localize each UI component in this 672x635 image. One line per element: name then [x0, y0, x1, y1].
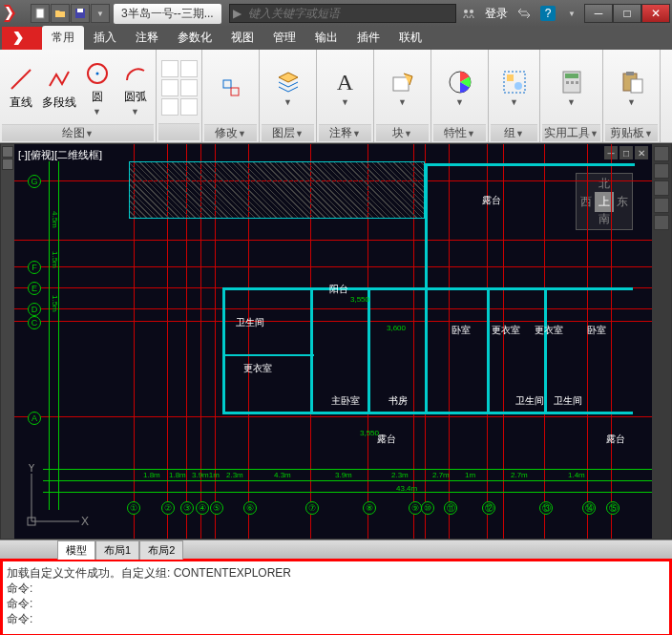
room-label: 书房 — [388, 394, 408, 408]
svg-point-14 — [514, 82, 522, 90]
search-input[interactable] — [244, 7, 455, 20]
tab-parametric[interactable]: 参数化 — [168, 26, 221, 50]
grid-bubble: ⑬ — [539, 501, 553, 515]
grid-bubble: ② — [161, 501, 175, 515]
cmd-history-line: 命令: — [7, 596, 665, 611]
block-button[interactable]: ▼ — [385, 52, 421, 124]
svg-rect-21 — [626, 72, 634, 75]
room-label: 更衣室 — [492, 324, 520, 337]
layer-button[interactable]: ▼ — [270, 52, 306, 124]
point-icon[interactable] — [161, 98, 178, 116]
zoom-icon[interactable] — [654, 180, 669, 196]
pan-icon[interactable] — [654, 163, 669, 179]
grid-bubble: ⑩ — [421, 501, 434, 515]
grid-bubble: ⑦ — [305, 501, 319, 515]
vp-restore-icon[interactable]: □ — [620, 146, 633, 159]
tab-manage[interactable]: 管理 — [263, 26, 305, 50]
ellipse-icon[interactable] — [180, 60, 198, 77]
command-window[interactable]: 加载自定义文件成功。自定义组: CONTENTEXPLORER 命令: 命令: … — [0, 559, 672, 635]
tab-output[interactable]: 输出 — [305, 26, 347, 50]
panel-draw-ext — [157, 50, 202, 142]
layout2-tab[interactable]: 布局2 — [139, 540, 183, 560]
model-tab[interactable]: 模型 — [57, 540, 95, 560]
help-dropdown-icon[interactable]: ▼ — [563, 5, 580, 22]
region-icon[interactable] — [180, 98, 198, 116]
panel-layer: ▼ 图层 ▼ — [260, 50, 317, 142]
svg-text:Y: Y — [28, 464, 35, 475]
tab-annotate[interactable]: 注释 — [126, 26, 168, 50]
modify-button[interactable] — [213, 52, 249, 124]
grid-bubble: ⑥ — [243, 501, 257, 515]
steering-wheel-icon[interactable] — [654, 146, 669, 161]
tab-online[interactable]: 联机 — [389, 26, 431, 50]
grid-bubble: D — [28, 303, 41, 316]
tab-home[interactable]: 常用 — [42, 26, 84, 50]
room-label: 露台 — [482, 194, 501, 207]
polyline-button[interactable]: 多段线 — [41, 52, 77, 124]
panel-util-label: 实用工具 — [544, 125, 590, 141]
app-menu-button[interactable] — [2, 27, 42, 50]
title-bar: ▼ 3半岛一号--三期... ▶ 登录 ? ▼ ─ □ ✕ — [0, 0, 672, 27]
panel-draw-label: 绘图 — [62, 125, 85, 141]
nav-up-icon[interactable] — [2, 146, 13, 158]
nav-down-icon[interactable] — [2, 159, 13, 170]
text-button[interactable]: A▼ — [327, 52, 364, 124]
orbit-icon[interactable] — [654, 198, 669, 213]
drawing-canvas[interactable]: [-][俯视][二维线框] ─ □ ✕ 北 南 东 西 上 — [14, 144, 652, 539]
qat-open-icon[interactable] — [51, 4, 70, 23]
svg-point-7 — [95, 72, 98, 74]
grid-bubble: ① — [127, 501, 140, 515]
svg-rect-17 — [566, 81, 569, 84]
rect-icon[interactable] — [161, 60, 178, 77]
tab-plugins[interactable]: 插件 — [347, 26, 389, 50]
group-button[interactable]: ▼ — [496, 52, 533, 124]
showmotion-icon[interactable] — [654, 215, 669, 230]
paste-button[interactable]: ▼ — [614, 52, 650, 124]
close-button[interactable]: ✕ — [641, 4, 670, 23]
hatch-icon[interactable] — [161, 79, 178, 96]
document-title: 3半岛一号--三期... — [114, 4, 221, 24]
exchange-icon[interactable] — [515, 5, 533, 22]
layout1-tab[interactable]: 布局1 — [95, 540, 139, 560]
grid-bubble: ④ — [196, 501, 209, 515]
spline-icon[interactable] — [180, 79, 198, 96]
qat-dropdown-icon[interactable]: ▼ — [91, 4, 110, 23]
room-label: 主卧室 — [331, 394, 360, 408]
svg-point-3 — [464, 10, 468, 13]
minimize-button[interactable]: ─ — [584, 4, 613, 23]
prop-button[interactable]: ▼ — [442, 52, 478, 124]
signin-icon[interactable] — [460, 5, 477, 22]
tab-insert[interactable]: 插入 — [84, 26, 126, 50]
util-button[interactable]: ▼ — [554, 52, 590, 124]
panel-group-label: 组 — [504, 125, 515, 141]
view-cube[interactable]: 北 南 东 西 上 — [576, 173, 633, 230]
viewport-label[interactable]: [-][俯视][二维线框] — [18, 148, 102, 162]
room-label: 露台 — [606, 433, 625, 446]
maximize-button[interactable]: □ — [613, 4, 641, 23]
grid-bubble: ⑭ — [582, 501, 596, 515]
vp-close-icon[interactable]: ✕ — [635, 146, 648, 159]
svg-line-5 — [11, 70, 31, 89]
panel-block: ▼ 块 ▼ — [374, 50, 431, 142]
line-button[interactable]: 直线 — [3, 52, 39, 124]
file-tab-nav — [1, 144, 14, 539]
dim-label: 3,550 — [350, 295, 369, 304]
qat-new-icon[interactable] — [31, 4, 50, 23]
grid-bubble: ⑪ — [444, 501, 457, 515]
app-logo-icon — [2, 3, 27, 24]
circle-button[interactable]: 圆▼ — [79, 52, 116, 124]
login-link[interactable]: 登录 — [485, 6, 508, 22]
panel-block-label: 块 — [392, 125, 404, 141]
svg-rect-9 — [231, 88, 239, 95]
panel-util: ▼ 实用工具 ▼ — [540, 50, 603, 142]
search-box: ▶ — [229, 4, 456, 23]
room-label: 更衣室 — [535, 324, 563, 337]
dim-label: 3,550 — [360, 429, 379, 437]
cmd-prompt: 命令: — [7, 611, 665, 626]
tab-view[interactable]: 视图 — [221, 26, 263, 50]
qat-save-icon[interactable] — [71, 4, 90, 23]
arc-button[interactable]: 圆弧▼ — [117, 52, 154, 124]
help-icon[interactable]: ? — [540, 6, 556, 21]
grid-bubble: ⑫ — [482, 501, 495, 515]
svg-point-4 — [470, 10, 473, 13]
